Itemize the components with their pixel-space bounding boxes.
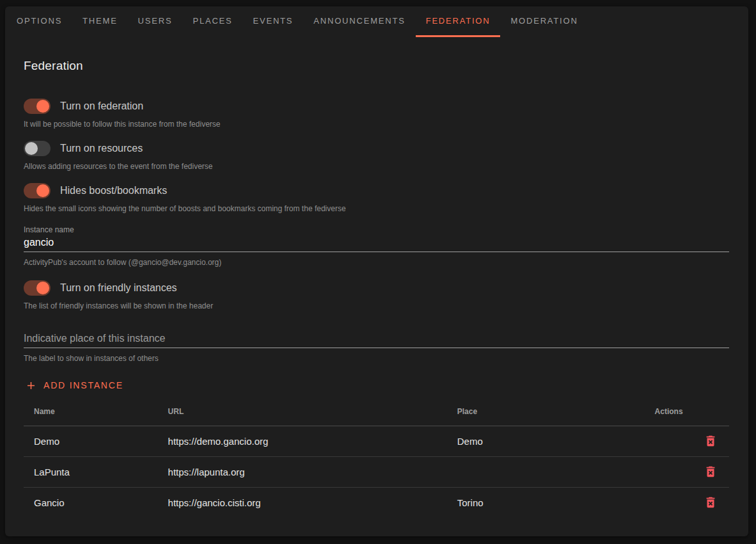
instance-place-input[interactable] [24, 332, 729, 348]
col-header-name: Name [24, 398, 158, 426]
tab-places[interactable]: PLACES [182, 6, 242, 37]
hide-boosts-switch[interactable] [24, 183, 51, 198]
admin-tabs: OPTIONS THEME USERS PLACES EVENTS ANNOUN… [5, 6, 748, 37]
switch-thumb [36, 282, 49, 294]
federation-settings: Federation Turn on federation It will be… [5, 58, 748, 518]
switch-thumb [36, 100, 49, 113]
tab-options[interactable]: OPTIONS [6, 6, 72, 37]
hide-boosts-switch-label: Hides boost/bookmarks [60, 185, 167, 196]
col-header-place: Place [447, 398, 645, 426]
federation-hint: It will be possible to follow this insta… [24, 119, 729, 129]
col-header-actions: Actions [645, 398, 729, 426]
cell-url: https://gancio.cisti.org [158, 487, 447, 518]
trash-delete-forever-icon [704, 471, 718, 481]
plus-icon [25, 380, 43, 392]
cell-name: Gancio [24, 487, 158, 518]
table-row: LaPunta https://lapunta.org [24, 456, 729, 487]
cell-place [447, 456, 645, 487]
tab-users[interactable]: USERS [128, 6, 183, 37]
table-row: Gancio https://gancio.cisti.org Torino [24, 487, 729, 518]
hide-boosts-hint: Hides the small icons showing the number… [24, 204, 729, 214]
cell-name: Demo [24, 426, 158, 456]
tab-events[interactable]: EVENTS [243, 6, 304, 37]
add-instance-label: ADD INSTANCE [43, 380, 123, 390]
friendly-instances-table: Name URL Place Actions Demo https://demo… [24, 398, 729, 518]
tab-announcements[interactable]: ANNOUNCEMENTS [303, 6, 415, 37]
instance-place-field-group: The label to show in instances of others [24, 332, 729, 364]
setting-friendly-instances: Turn on friendly instances The list of f… [24, 280, 729, 311]
admin-panel-card: OPTIONS THEME USERS PLACES EVENTS ANNOUN… [5, 6, 748, 536]
trash-delete-forever-icon [704, 440, 718, 450]
setting-federation: Turn on federation It will be possible t… [24, 99, 729, 129]
setting-resources: Turn on resources Allows adding resource… [24, 141, 729, 172]
instance-name-field-group: Instance name ActivityPub's account to f… [24, 225, 729, 268]
table-header-row: Name URL Place Actions [24, 398, 729, 426]
tab-federation[interactable]: FEDERATION [416, 6, 501, 37]
cell-url: https://lapunta.org [158, 456, 447, 487]
resources-switch-label: Turn on resources [60, 143, 143, 154]
switch-thumb [36, 184, 49, 197]
cell-name: LaPunta [24, 456, 158, 487]
table-row: Demo https://demo.gancio.org Demo [24, 426, 729, 456]
friendly-instances-hint: The list of friendly instances will be s… [24, 301, 729, 311]
tab-theme[interactable]: THEME [72, 6, 128, 37]
resources-switch[interactable] [24, 141, 51, 156]
page-title: Federation [24, 58, 729, 74]
setting-hide-boosts: Hides boost/bookmarks Hides the small ic… [24, 183, 729, 214]
col-header-url: URL [158, 398, 447, 426]
friendly-instances-switch-label: Turn on friendly instances [60, 282, 177, 294]
delete-instance-button[interactable] [702, 433, 719, 449]
delete-instance-button[interactable] [702, 463, 719, 480]
instance-name-hint: ActivityPub's account to follow (@gancio… [24, 257, 729, 268]
tab-moderation[interactable]: MODERATION [500, 6, 588, 37]
trash-delete-forever-icon [704, 502, 718, 511]
federation-switch-label: Turn on federation [60, 100, 143, 112]
resources-hint: Allows adding resources to the event fro… [24, 161, 729, 172]
instance-name-label: Instance name [24, 225, 729, 234]
instance-place-hint: The label to show in instances of others [24, 353, 729, 364]
cell-place: Demo [447, 426, 645, 456]
add-instance-button[interactable]: ADD INSTANCE [24, 376, 129, 394]
switch-thumb [25, 142, 38, 155]
instance-name-input[interactable] [24, 236, 729, 252]
federation-switch[interactable] [24, 99, 51, 114]
delete-instance-button[interactable] [702, 494, 719, 511]
friendly-instances-switch[interactable] [24, 280, 51, 296]
cell-place: Torino [447, 487, 645, 518]
cell-url: https://demo.gancio.org [158, 426, 447, 456]
